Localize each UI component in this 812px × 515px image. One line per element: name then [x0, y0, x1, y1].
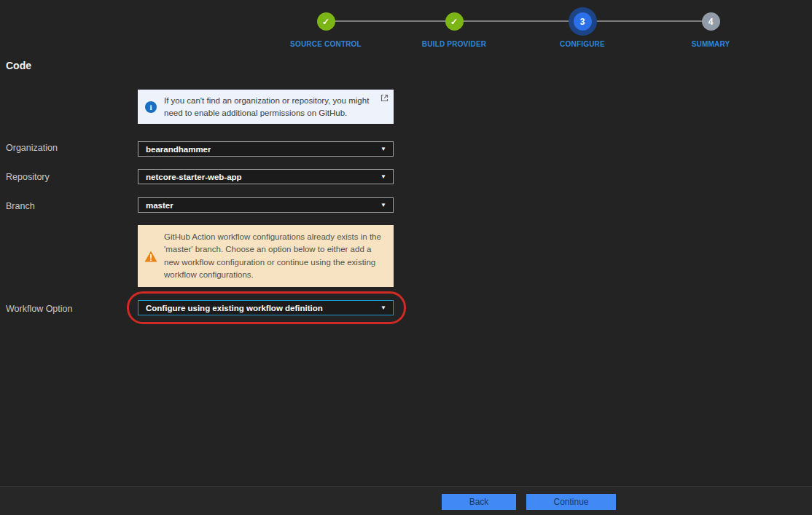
page-title: Code: [6, 60, 31, 71]
info-banner-text: If you can't find an organization or rep…: [164, 95, 394, 119]
step-number: 3: [580, 17, 585, 26]
branch-value: master: [138, 201, 173, 210]
check-glyph: ✓: [322, 17, 329, 26]
organization-label: Organization: [6, 143, 58, 153]
info-glyph: i: [149, 103, 152, 111]
step-number: 4: [708, 17, 714, 26]
branch-label: Branch: [6, 201, 35, 211]
chevron-down-icon: ▼: [380, 305, 386, 311]
info-icon: i: [145, 101, 157, 113]
warning-banner: GitHub Action workflow configurations al…: [138, 225, 394, 287]
branch-dropdown[interactable]: master ▼: [138, 197, 394, 213]
footer-bar: Back Continue: [0, 486, 812, 515]
deployment-center-wizard: ✓ SOURCE CONTROL ✓ BUILD PROVIDER 3 CONF…: [0, 0, 812, 515]
workflow-option-dropdown[interactable]: Configure using existing workflow defini…: [138, 300, 394, 315]
check-icon: ✓: [317, 12, 335, 31]
step-configure[interactable]: 3 CONFIGURE: [524, 12, 641, 48]
step-build-provider[interactable]: ✓ BUILD PROVIDER: [396, 12, 512, 48]
chevron-down-icon: ▼: [380, 203, 386, 208]
warning-banner-text: GitHub Action workflow configurations al…: [164, 231, 394, 281]
wizard-stepper: ✓ SOURCE CONTROL ✓ BUILD PROVIDER 3 CONF…: [0, 0, 812, 55]
step-summary[interactable]: 4 SUMMARY: [652, 12, 769, 48]
step-label-source-control: SOURCE CONTROL: [268, 40, 384, 48]
step-source-control[interactable]: ✓ SOURCE CONTROL: [268, 12, 384, 48]
step-label-build-provider: BUILD PROVIDER: [396, 40, 512, 48]
step-number-badge: 4: [702, 12, 720, 31]
check-glyph: ✓: [450, 17, 458, 26]
chevron-down-icon: ▼: [380, 174, 386, 180]
back-button[interactable]: Back: [442, 494, 516, 510]
step-number-badge: 3: [574, 12, 592, 31]
workflow-option-value: Configure using existing workflow defini…: [138, 304, 323, 312]
info-banner: i If you can't find an organization or r…: [138, 90, 394, 124]
repository-label: Repository: [6, 172, 50, 182]
repository-value: netcore-starter-web-app: [138, 173, 242, 181]
check-icon: ✓: [445, 12, 464, 31]
continue-button[interactable]: Continue: [526, 494, 616, 510]
external-link-icon[interactable]: [380, 93, 389, 103]
workflow-option-label: Workflow Option: [6, 304, 72, 314]
repository-dropdown[interactable]: netcore-starter-web-app ▼: [138, 169, 394, 184]
step-label-summary: SUMMARY: [652, 40, 769, 48]
warning-icon: [144, 251, 157, 262]
organization-dropdown[interactable]: bearandhammer ▼: [138, 141, 394, 157]
step-label-configure: CONFIGURE: [524, 40, 641, 48]
organization-value: bearandhammer: [138, 145, 211, 154]
chevron-down-icon: ▼: [380, 146, 386, 152]
